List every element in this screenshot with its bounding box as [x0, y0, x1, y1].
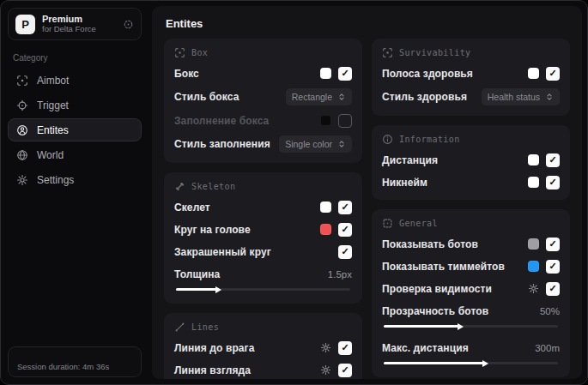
gear-icon[interactable]	[320, 364, 331, 376]
card-title: General	[399, 219, 438, 228]
app-window: P Premium for Delta Force Category Aimbo…	[0, 0, 588, 385]
sidebar-item-entites[interactable]: Entites	[8, 118, 142, 141]
brand-card: P Premium for Delta Force	[8, 8, 142, 40]
setting-row-enemy-line: Линия до врага	[174, 340, 352, 355]
checkbox[interactable]	[338, 223, 352, 237]
sidebar-item-settings[interactable]: Settings	[8, 168, 142, 191]
gear-icon[interactable]	[320, 342, 331, 353]
survivability-icon	[382, 47, 393, 58]
setting-row-nickname: Никнейм	[382, 175, 560, 189]
checkbox[interactable]	[546, 260, 560, 274]
color-swatch[interactable]	[320, 115, 331, 126]
brand-title: Premium	[42, 14, 116, 25]
checkbox[interactable]	[338, 245, 352, 259]
card-skeleton: Skeleton Скелет Круг на голове	[164, 172, 362, 304]
checkbox[interactable]	[338, 201, 352, 214]
color-swatch[interactable]	[528, 68, 539, 79]
setting-row-show-teammates: Показывать тиммейтов	[382, 259, 560, 274]
sidebar-item-aimbot[interactable]: Aimbot	[8, 69, 142, 92]
sidebar-item-label: Settings	[37, 174, 74, 186]
unfold-icon	[337, 93, 346, 101]
checkbox[interactable]	[546, 67, 560, 81]
unfold-icon	[545, 93, 554, 101]
thickness-value: 1.5px	[328, 269, 352, 280]
setting-row-visibility-check: Проверка видимости	[382, 281, 560, 296]
bot-opacity-value: 50%	[540, 306, 560, 316]
setting-row-box-style: Стиль бокса Rectangle	[174, 88, 352, 105]
card-information: Information Дистанция Никнейм	[372, 125, 570, 200]
setting-row-thickness: Толщина 1.5px	[174, 267, 352, 281]
max-distance-value: 300m	[535, 343, 560, 353]
sidebar-item-label: Aimbot	[37, 75, 69, 87]
card-title: Survivability	[399, 48, 470, 57]
trigger-icon	[16, 99, 28, 111]
card-survivability: Survivability Полоса здоровья Стиль здор…	[372, 39, 570, 116]
sidebar-item-label: Entites	[37, 124, 69, 136]
setting-row-filled-circle: Закрашенный круг	[174, 244, 352, 259]
bot-opacity-slider[interactable]	[384, 325, 558, 328]
setting-row-bot-opacity: Прозрачность ботов 50%	[382, 304, 560, 318]
checkbox[interactable]	[338, 364, 352, 377]
bone-icon	[174, 181, 185, 192]
setting-row-fill-style: Стиль заполнения Single color	[174, 135, 352, 153]
sidebar: P Premium for Delta Force Category Aimbo…	[1, 1, 149, 384]
box-icon	[174, 47, 185, 58]
category-label: Category	[13, 53, 136, 63]
page-title: Entites	[166, 17, 570, 30]
color-swatch[interactable]	[528, 261, 539, 272]
setting-row-box-fill: Заполнение бокса	[174, 113, 352, 128]
color-swatch[interactable]	[320, 202, 331, 213]
color-swatch[interactable]	[528, 177, 539, 188]
checkbox[interactable]	[338, 114, 352, 128]
main-panel: Entites Box Бокс	[152, 6, 582, 379]
brand-subtitle: for Delta Force	[42, 25, 116, 34]
checkbox[interactable]	[546, 282, 560, 296]
sync-icon[interactable]	[123, 19, 134, 30]
health-style-select[interactable]: Health status	[482, 88, 560, 105]
sidebar-nav: Aimbot Trigget Entites World Settings	[8, 69, 142, 191]
checkbox[interactable]	[338, 341, 352, 355]
globe-icon	[16, 149, 28, 161]
setting-row-distance: Дистанция	[382, 153, 560, 167]
sidebar-item-label: Trigget	[37, 99, 69, 111]
gear-icon	[16, 174, 28, 186]
aimbot-icon	[16, 75, 28, 87]
fill-style-select[interactable]: Single color	[279, 135, 352, 153]
setting-row-max-distance: Макс. дистанция 300m	[382, 340, 560, 355]
checkbox[interactable]	[546, 238, 560, 251]
setting-row-health-bar: Полоса здоровья	[382, 66, 560, 81]
card-box: Box Бокс Стиль бокса Rectangle	[164, 39, 362, 163]
checkbox[interactable]	[546, 153, 560, 167]
setting-row-head-circle: Круг на голове	[174, 222, 352, 237]
max-distance-slider[interactable]	[384, 362, 558, 364]
sidebar-item-world[interactable]: World	[8, 143, 142, 166]
setting-row-box: Бокс	[174, 66, 352, 81]
card-title: Lines	[191, 322, 219, 332]
box-style-select[interactable]: Rectangle	[286, 88, 352, 105]
card-title: Box	[191, 48, 208, 57]
color-swatch[interactable]	[320, 224, 331, 235]
line-icon	[174, 322, 185, 333]
thickness-slider[interactable]	[176, 288, 350, 291]
entities-icon	[16, 124, 28, 136]
setting-row-show-bots: Показывать ботов	[382, 237, 560, 251]
color-swatch[interactable]	[528, 154, 539, 165]
sidebar-item-label: World	[37, 149, 64, 161]
checkbox[interactable]	[546, 176, 560, 189]
card-title: Information	[399, 135, 460, 144]
color-swatch[interactable]	[320, 68, 331, 79]
gear-icon[interactable]	[528, 283, 539, 294]
color-swatch[interactable]	[528, 238, 539, 250]
grid-icon	[382, 218, 393, 229]
card-title: Skeleton	[191, 182, 235, 191]
setting-row-view-line: Линия взгляда	[174, 363, 352, 377]
setting-row-skeleton: Скелет	[174, 200, 352, 214]
setting-row-health-style: Стиль здоровья Health status	[382, 88, 560, 105]
sidebar-item-trigget[interactable]: Trigget	[8, 93, 142, 117]
unfold-icon	[337, 140, 346, 148]
info-icon	[382, 134, 393, 145]
session-duration-label: Session duration: 4m 36s	[17, 362, 109, 371]
checkbox[interactable]	[338, 67, 352, 81]
app-logo: P	[15, 15, 35, 34]
card-lines: Lines Линия до врага Линия взгляда	[164, 313, 362, 379]
